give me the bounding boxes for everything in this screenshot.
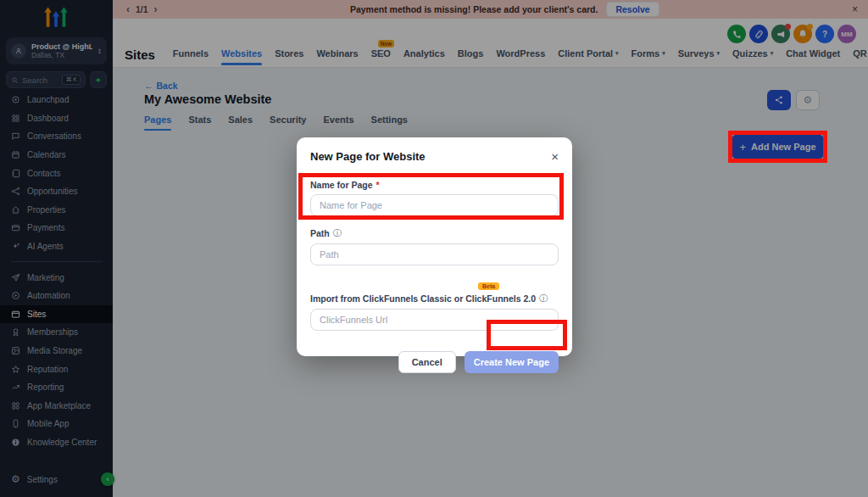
new-page-modal: New Page for Website × Name for Page * P… bbox=[297, 137, 572, 356]
close-icon[interactable]: × bbox=[551, 150, 559, 163]
modal-header: New Page for Website × bbox=[310, 150, 559, 163]
name-for-page-input[interactable] bbox=[310, 194, 559, 216]
path-field-group: Path ⓘ bbox=[310, 227, 559, 265]
modal-footer: Cancel Create New Page bbox=[310, 351, 559, 373]
required-asterisk: * bbox=[376, 180, 380, 190]
name-field-label: Name for Page * bbox=[310, 180, 559, 190]
beta-row: Beta bbox=[478, 276, 559, 292]
info-icon: ⓘ bbox=[539, 293, 548, 304]
cancel-button[interactable]: Cancel bbox=[398, 351, 456, 373]
import-field-group: Beta Import from ClickFunnels Classic or… bbox=[310, 276, 559, 331]
beta-badge: Beta bbox=[478, 282, 499, 290]
clickfunnels-url-input[interactable] bbox=[310, 309, 559, 331]
modal-title: New Page for Website bbox=[310, 150, 426, 163]
path-field-label: Path ⓘ bbox=[310, 227, 559, 239]
path-input[interactable] bbox=[310, 243, 559, 265]
name-field-group: Name for Page * bbox=[310, 180, 559, 216]
create-new-page-button[interactable]: Create New Page bbox=[465, 351, 559, 373]
import-field-label: Import from ClickFunnels Classic or Clic… bbox=[310, 293, 559, 304]
info-icon: ⓘ bbox=[333, 227, 342, 239]
